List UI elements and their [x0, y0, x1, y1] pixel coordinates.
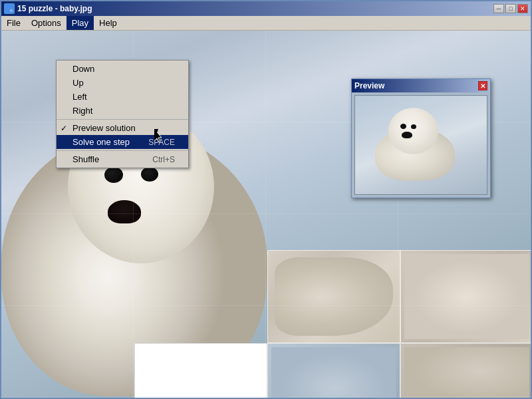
svg-rect-3 — [10, 9, 13, 12]
preview-title-text: Preview — [354, 81, 384, 90]
preview-image — [354, 95, 487, 195]
preview-close-button[interactable]: ✕ — [478, 81, 487, 90]
solve-shortcut: SPACE — [148, 138, 175, 147]
maximize-button[interactable]: □ — [505, 4, 516, 13]
menu-file[interactable]: File — [1, 16, 26, 30]
title-bar: 15 puzzle - baby.jpg ─ □ ✕ — [1, 1, 531, 16]
menu-play[interactable]: Play — [66, 16, 94, 30]
menu-right[interactable]: Right — [57, 104, 188, 118]
svg-rect-2 — [6, 9, 9, 12]
menu-help[interactable]: Help — [94, 16, 122, 30]
main-window: 15 puzzle - baby.jpg ─ □ ✕ File Options … — [0, 0, 532, 399]
menu-up[interactable]: Up — [57, 76, 188, 90]
play-dropdown-menu: Down Up Left Right Preview solution Solv… — [56, 60, 189, 168]
svg-rect-1 — [10, 5, 13, 8]
menu-bar: File Options Play Help — [1, 16, 531, 31]
close-button[interactable]: ✕ — [517, 4, 528, 13]
separator-2 — [57, 150, 188, 151]
main-content: Down Up Left Right Preview solution Solv… — [1, 31, 531, 398]
empty-puzzle-cell — [134, 343, 267, 398]
preview-image-container — [352, 92, 490, 198]
separator-1 — [57, 119, 188, 120]
preview-title-bar: Preview ✕ — [352, 79, 490, 92]
menu-solve-one-step[interactable]: Solve one step SPACE — [57, 135, 188, 149]
window-icon — [4, 3, 15, 14]
menu-preview-solution[interactable]: Preview solution — [57, 121, 188, 135]
menu-left[interactable]: Left — [57, 90, 188, 104]
menu-down[interactable]: Down — [57, 62, 188, 76]
menu-options[interactable]: Options — [26, 16, 66, 30]
svg-rect-0 — [6, 5, 9, 8]
shuffle-shortcut: Ctrl+S — [152, 155, 175, 164]
window-controls: ─ □ ✕ — [493, 4, 528, 13]
window-title: 15 puzzle - baby.jpg — [17, 4, 493, 13]
preview-window: Preview ✕ — [351, 78, 491, 198]
minimize-button[interactable]: ─ — [493, 4, 504, 13]
menu-shuffle[interactable]: Shuffle Ctrl+S — [57, 152, 188, 166]
